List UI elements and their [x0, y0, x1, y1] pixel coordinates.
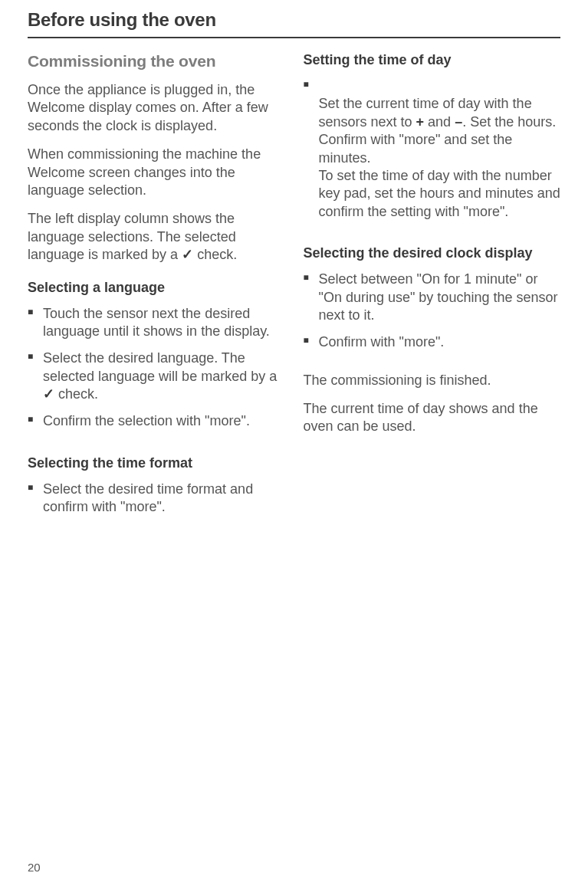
plus-symbol: +	[416, 114, 425, 130]
list-item: Confirm the selection with "more".	[28, 412, 285, 430]
list-item: Select the desired language. The selecte…	[28, 349, 285, 403]
intro-paragraph-3: The left display column shows the langua…	[28, 210, 285, 264]
intro-paragraph-2: When commissioning the machine the Welco…	[28, 146, 285, 199]
section-heading-commissioning: Commissioning the oven	[28, 52, 285, 71]
right-column: Setting the time of day Set the current …	[304, 52, 561, 537]
list-item: Set the current time of day with the sen…	[304, 77, 561, 221]
step-post: . Set the hours. Confirm with "more" and…	[319, 114, 560, 219]
list-item: Select the desired time format and confi…	[28, 481, 285, 517]
list-item: Touch the sensor next the desired langua…	[28, 305, 285, 341]
steps-selecting-language: Touch the sensor next the desired langua…	[28, 305, 285, 440]
check-icon: ✓	[182, 246, 193, 264]
check-icon: ✓	[43, 386, 54, 403]
steps-setting-time-of-day: Set the current time of day with the sen…	[304, 77, 561, 230]
steps-selecting-time-format: Select the desired time format and confi…	[28, 481, 285, 526]
sub-heading-selecting-clock-display: Selecting the desired clock display	[304, 245, 561, 261]
minus-symbol: –	[455, 114, 462, 130]
intro-paragraph-1: Once the appliance is plugged in, the We…	[28, 81, 285, 135]
sub-heading-setting-time-of-day: Setting the time of day	[304, 52, 561, 68]
closing-paragraph-1: The commissioning is finished.	[304, 372, 561, 389]
page-title: Before using the oven	[28, 9, 560, 38]
sub-heading-selecting-time-format: Selecting the time format	[28, 455, 285, 471]
page-number: 20	[28, 861, 41, 874]
intro-p3-post: check.	[193, 247, 237, 262]
sub-heading-selecting-language: Selecting a language	[28, 280, 285, 296]
step-mid: and	[424, 114, 455, 130]
content-columns: Commissioning the oven Once the applianc…	[28, 52, 560, 537]
step2-post: check.	[54, 386, 98, 402]
list-item: Select between "On for 1 minute" or "On …	[304, 271, 561, 324]
steps-selecting-clock-display: Select between "On for 1 minute" or "On …	[304, 271, 561, 361]
closing-paragraph-2: The current time of day shows and the ov…	[304, 400, 561, 436]
step2-pre: Select the desired language. The selecte…	[43, 350, 277, 383]
list-item: Confirm with "more".	[304, 333, 561, 351]
left-column: Commissioning the oven Once the applianc…	[28, 52, 285, 537]
